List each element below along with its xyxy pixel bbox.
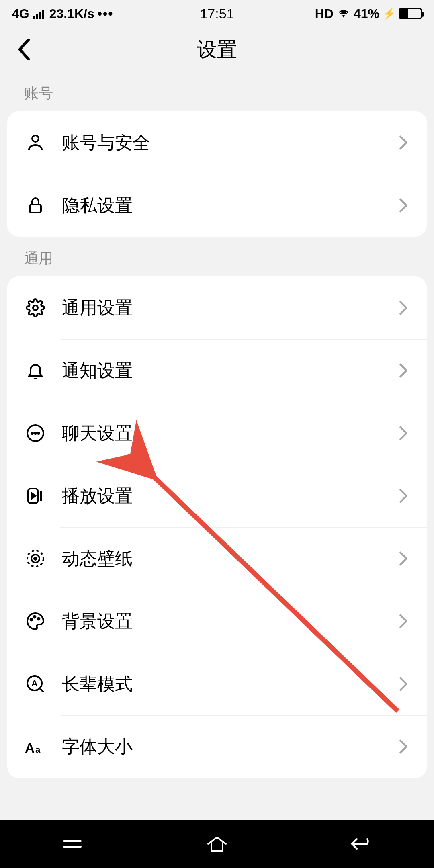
back-button[interactable] [12,37,36,61]
row-general-settings[interactable]: 通用设置 [7,276,427,339]
font-size-icon: Aa [23,735,47,759]
row-dynamic-wallpaper[interactable]: 动态壁纸 [7,527,427,590]
svg-point-17 [34,557,37,560]
clock: 17:51 [200,6,234,22]
user-icon [23,131,47,155]
row-label: 动态壁纸 [62,547,396,571]
svg-point-19 [34,616,36,618]
row-font-size[interactable]: Aa 字体大小 [7,715,427,778]
section-header-account: 账号 [0,72,434,111]
row-label: 背景设置 [62,610,396,633]
battery-label: 41% [354,6,379,21]
charging-icon: ⚡ [383,8,395,20]
chevron-right-icon [396,489,411,503]
card-general: 通用设置 通知设置 聊天设置 播放设置 [7,276,427,778]
row-chat[interactable]: 聊天设置 [7,402,427,465]
svg-rect-2 [39,12,41,19]
svg-rect-3 [42,10,44,19]
row-label: 长辈模式 [62,672,396,696]
svg-point-18 [31,619,33,621]
svg-text:A: A [31,678,38,688]
more-dots-icon: ••• [98,6,114,21]
status-bar: 4G 23.1K/s ••• 17:51 HD 41% ⚡ [0,0,434,27]
battery-icon [399,8,422,19]
chevron-right-icon [396,198,411,213]
chevron-right-icon [396,739,411,754]
row-label: 字体大小 [62,735,396,759]
system-navbar [0,820,434,868]
chevron-left-icon [17,39,31,60]
nav-home-button[interactable] [201,832,233,856]
chevron-right-icon [396,677,411,691]
row-privacy[interactable]: 隐私设置 [7,174,427,237]
row-playback[interactable]: 播放设置 [7,465,427,527]
svg-point-11 [38,432,39,434]
chevron-right-icon [396,363,411,378]
svg-rect-1 [36,14,38,19]
card-account: 账号与安全 隐私设置 [7,111,427,237]
chevron-right-icon [396,426,411,440]
svg-point-9 [31,432,33,434]
wifi-icon [337,8,350,19]
svg-rect-0 [33,16,35,19]
magnify-a-icon: A [23,672,47,696]
row-label: 隐私设置 [62,194,396,217]
signal-icon [33,8,46,19]
speed-label: 23.1K/s [49,6,94,21]
chat-icon [23,421,47,445]
svg-text:a: a [35,745,41,755]
svg-line-23 [40,689,43,692]
network-label: 4G [12,6,29,21]
svg-text:A: A [25,741,35,755]
play-icon [23,484,47,508]
chevron-right-icon [396,301,411,315]
row-label: 通知设置 [62,359,396,383]
status-right: HD 41% ⚡ [315,6,422,21]
palette-icon [23,609,47,633]
titlebar: 设置 [0,27,434,72]
nav-menu-button[interactable] [56,832,88,856]
chevron-right-icon [396,135,411,150]
svg-point-20 [38,618,40,620]
chevron-right-icon [396,551,411,566]
bell-icon [23,358,47,383]
screen: 4G 23.1K/s ••• 17:51 HD 41% ⚡ 设置 账号 [0,0,434,868]
svg-point-10 [35,432,36,434]
row-account-security[interactable]: 账号与安全 [7,111,427,174]
status-left: 4G 23.1K/s ••• [12,6,113,21]
page-title: 设置 [197,36,237,63]
gear-icon [23,296,47,320]
hd-label: HD [315,6,334,21]
row-notification[interactable]: 通知设置 [7,339,427,402]
row-elder-mode[interactable]: A 长辈模式 [7,653,427,715]
svg-rect-5 [30,205,41,213]
svg-marker-13 [32,493,35,498]
row-label: 通用设置 [62,296,396,320]
svg-point-6 [33,305,38,310]
row-label: 聊天设置 [62,422,396,445]
section-header-general: 通用 [0,237,434,276]
row-label: 播放设置 [62,484,396,508]
nav-back-button[interactable] [346,832,378,856]
chevron-right-icon [396,614,411,628]
lock-icon [23,193,47,217]
row-label: 账号与安全 [62,131,396,155]
svg-point-4 [32,135,39,142]
row-background[interactable]: 背景设置 [7,590,427,653]
target-icon [23,547,47,571]
